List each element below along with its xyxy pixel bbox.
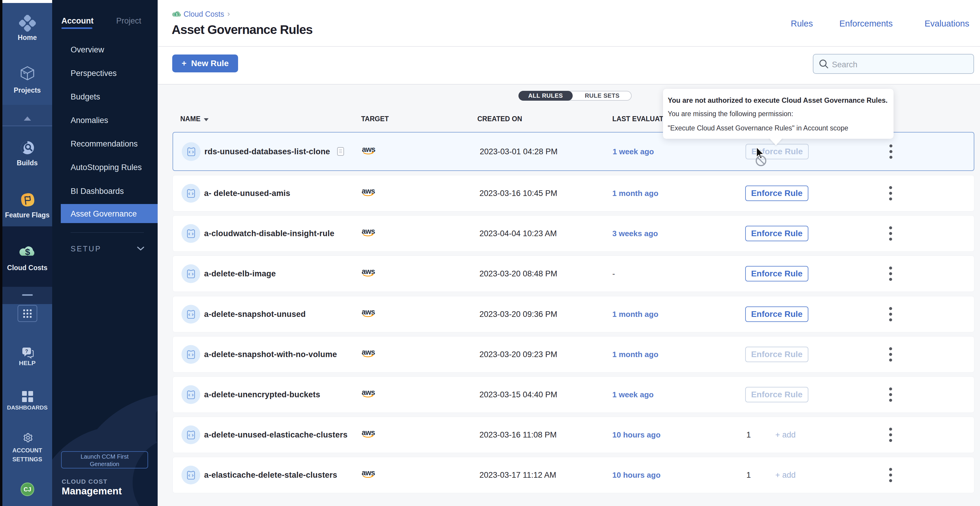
svg-text:$: $: [25, 247, 30, 257]
svg-text:$: $: [175, 12, 178, 17]
svg-text:?: ?: [25, 349, 28, 354]
